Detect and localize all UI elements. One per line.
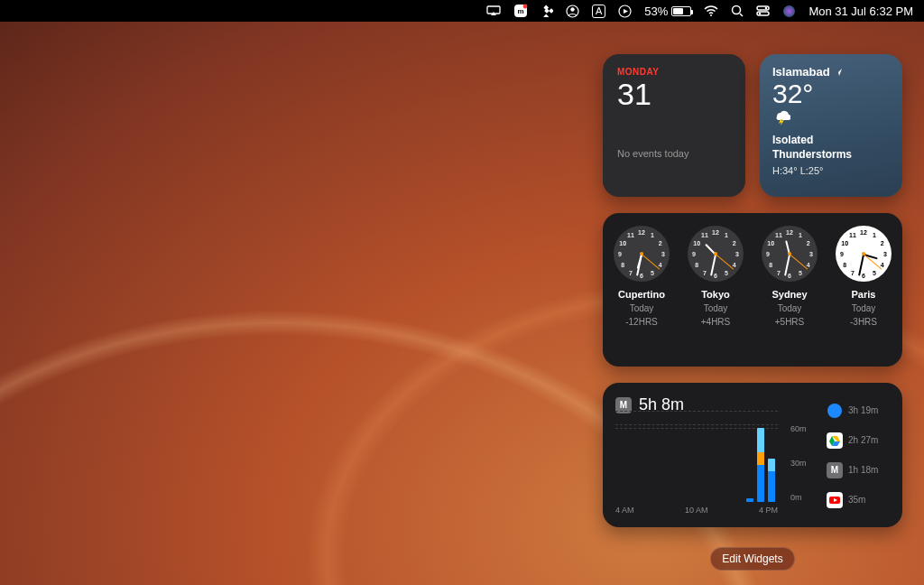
clock-day: Today [778,303,802,313]
input-source[interactable]: A [592,5,605,18]
clock-offset: +5HRS [775,317,805,327]
screen-time-app: M1h 18m [827,462,890,478]
screen-time-widget[interactable]: M 5h 8m 60m 30m 0m 4 AM 10 AM 4 PM [603,383,902,527]
screen-time-app: 2h 27m [827,432,890,449]
m-app-icon: M [827,462,843,478]
svg-point-14 [733,6,741,14]
weather-condition: Isolated Thunderstorms [772,133,890,162]
battery-icon [671,6,691,16]
clock-tokyo: 123456789101112TokyoToday+4HRS [688,226,744,327]
calendar-message: No events today [617,148,731,159]
x-tick: 4 PM [759,506,778,515]
clock-face: 123456789101112 [836,226,892,282]
clock-face: 123456789101112 [762,226,818,282]
svg-marker-21 [835,69,842,76]
control-center-icon[interactable] [756,5,770,16]
calendar-widget[interactable]: MONDAY 31 No events today [603,54,745,197]
battery-percent: 53% [644,5,668,18]
screen-time-app-duration: 1h 18m [848,465,878,475]
svg-marker-12 [624,9,628,14]
clock-city: Sydney [772,289,807,300]
usage-bar [757,428,764,502]
svg-rect-26 [827,432,843,449]
usage-bar [768,459,775,502]
svg-point-4 [523,5,528,9]
svg-rect-8 [549,8,553,14]
weather-location: Islamabad [772,65,830,79]
clock-face: 123456789101112 [688,226,744,282]
weather-hi-lo: H:34° L:25° [772,165,890,176]
weather-widget[interactable]: Islamabad 32° Isolated Thunderstorms H:3… [760,54,902,197]
clock-paris: 123456789101112ParisToday-3HRS [836,226,892,327]
screen-time-app: 35m [827,492,890,508]
clock-day: Today [852,303,876,313]
y-tick: 30m [790,459,814,468]
clock-sydney: 123456789101112SydneyToday+5HRS [762,226,818,327]
clock-day: Today [704,303,728,313]
y-tick: 0m [790,493,814,502]
calendar-day-number: 31 [617,77,731,112]
safari-icon [827,403,843,419]
user-icon[interactable] [566,5,579,18]
now-playing-icon[interactable] [618,5,632,18]
location-arrow-icon [834,68,843,77]
apps-icon[interactable] [541,5,553,17]
screen-time-app-duration: 3h 19m [848,405,878,415]
world-clock-widget[interactable]: 123456789101112CupertinoToday-12HRS12345… [603,213,902,367]
spotlight-icon[interactable] [731,5,744,17]
edit-widgets-button[interactable]: Edit Widgets [710,547,794,571]
svg-point-20 [783,5,795,17]
screen-time-chart: 60m 30m 0m 4 AM 10 AM 4 PM [615,423,814,515]
svg-marker-22 [779,119,784,125]
weather-temp: 32° [772,79,890,109]
youtube-icon [827,492,843,508]
menu-bar: m A 53% Mon 31 Jul 6:32 PM [0,0,924,22]
thunderstorm-icon [772,109,890,129]
screen-time-app-duration: 2h 27m [848,435,878,445]
clock-datetime[interactable]: Mon 31 Jul 6:32 PM [808,5,913,18]
usage-bar [746,498,753,502]
airplay-icon[interactable] [486,5,501,16]
siri-icon[interactable] [782,5,796,18]
clock-offset: -12HRS [625,317,658,327]
wifi-icon[interactable] [704,5,718,16]
battery-status[interactable]: 53% [644,5,691,18]
svg-rect-7 [543,14,549,17]
screen-time-app-duration: 35m [848,495,865,505]
drive-icon [827,432,843,449]
clock-face: 123456789101112 [614,226,670,282]
x-tick: 10 AM [685,506,708,515]
svg-point-10 [570,7,574,11]
svg-rect-6 [544,8,550,14]
clock-city: Cupertino [618,289,665,300]
svg-point-19 [759,13,762,15]
clock-cupertino: 123456789101112CupertinoToday-12HRS [614,226,670,327]
svg-point-17 [765,7,768,10]
y-tick: 60m [790,424,814,433]
clock-offset: +4HRS [701,317,731,327]
clock-offset: -3HRS [850,317,877,327]
notification-center-widgets: MONDAY 31 No events today Islamabad 32° … [603,54,902,571]
music-app-icon[interactable]: m [513,4,528,18]
clock-city: Tokyo [701,289,730,300]
svg-point-23 [827,404,842,418]
screen-time-app: 3h 19m [827,403,890,419]
clock-city: Paris [852,289,876,300]
calendar-weekday: MONDAY [617,67,731,77]
clock-day: Today [630,303,654,313]
input-source-label: A [596,5,602,17]
x-tick: 4 AM [615,506,634,515]
svg-text:m: m [517,7,523,15]
svg-line-15 [740,14,743,16]
svg-point-13 [710,14,712,16]
